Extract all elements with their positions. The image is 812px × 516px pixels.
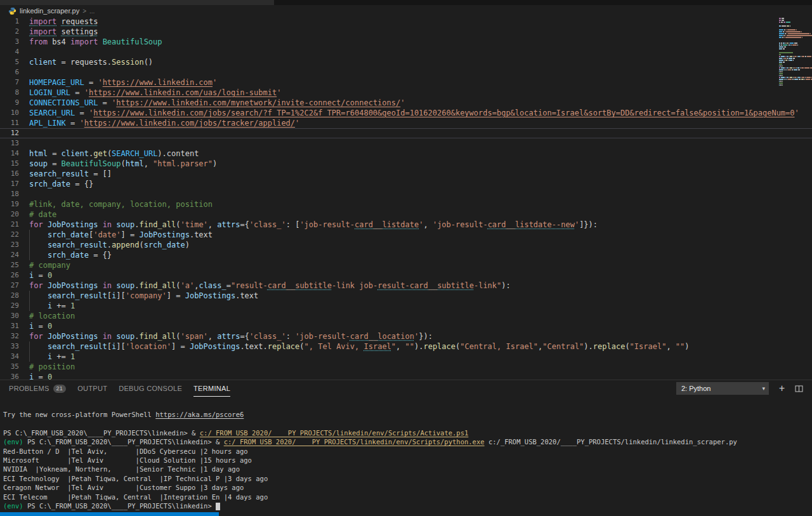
- line-number[interactable]: 18: [0, 189, 19, 199]
- code-line[interactable]: 12: [0, 128, 812, 138]
- line-number[interactable]: 16: [0, 169, 19, 179]
- code-line[interactable]: 25# company: [0, 260, 812, 270]
- code-line[interactable]: 28 search_result[i]['company'] = JobPost…: [0, 291, 812, 301]
- panel-tab-debug-console[interactable]: DEBUG CONSOLE: [119, 381, 182, 397]
- code-line[interactable]: 23 search_result.append(srch_date): [0, 240, 812, 250]
- line-number[interactable]: 19: [0, 199, 19, 209]
- code-line[interactable]: 13: [0, 138, 812, 149]
- line-number[interactable]: 29: [0, 301, 19, 311]
- line-number[interactable]: 24: [0, 250, 19, 260]
- code-line[interactable]: 36i = 0: [0, 372, 812, 380]
- line-number[interactable]: 3: [0, 37, 19, 47]
- new-terminal-icon[interactable]: +: [779, 384, 785, 394]
- code-line[interactable]: 26i = 0: [0, 270, 812, 281]
- line-number[interactable]: 21: [0, 220, 19, 230]
- code-line[interactable]: 1import requests: [0, 17, 812, 27]
- code-line[interactable]: 19#link, date, company, location, positi…: [0, 199, 812, 209]
- minimap-segment: [798, 56, 800, 57]
- statusbar-fragment[interactable]: [0, 512, 219, 516]
- code-token: find_all: [139, 220, 176, 229]
- code-line[interactable]: 15soup = BeautifulSoup(html, "html.parse…: [0, 159, 812, 169]
- line-number[interactable]: 30: [0, 311, 19, 321]
- line-number[interactable]: 35: [0, 362, 19, 372]
- code-token: bs4: [48, 37, 70, 46]
- line-number[interactable]: 31: [0, 321, 19, 331]
- terminal-output[interactable]: Try the new cross-platform PowerShell ht…: [0, 397, 812, 510]
- code-text: import requests: [29, 17, 812, 27]
- breadcrumb-file[interactable]: linkedin_scraper.py: [20, 7, 79, 15]
- line-number[interactable]: 34: [0, 352, 19, 362]
- line-number[interactable]: 12: [0, 128, 19, 138]
- code-line[interactable]: 2import settings: [0, 27, 812, 37]
- code-line[interactable]: 17srch_date = {}: [0, 179, 812, 189]
- line-number[interactable]: 32: [0, 331, 19, 341]
- code-line[interactable]: 30# location: [0, 311, 812, 321]
- code-line[interactable]: 8LOGIN_URL = 'https://www.linkedin.com/u…: [0, 88, 812, 98]
- minimap[interactable]: [778, 18, 812, 86]
- terminal-link[interactable]: [216, 503, 220, 510]
- line-number[interactable]: 36: [0, 372, 19, 380]
- code-line[interactable]: 24 srch_date = {}: [0, 250, 812, 260]
- terminal-link[interactable]: c:/_FROM_USB_2020/____PY_PROJECTS/linked…: [224, 438, 485, 446]
- line-number[interactable]: 14: [0, 149, 19, 159]
- code-token: =: [226, 281, 231, 290]
- line-number[interactable]: 26: [0, 270, 19, 281]
- line-number[interactable]: 5: [0, 57, 19, 67]
- line-number[interactable]: 20: [0, 209, 19, 220]
- panel-tab-terminal[interactable]: TERMINAL: [193, 381, 230, 397]
- code-line[interactable]: 5client = requests.Session(): [0, 57, 812, 67]
- panel-tab-problems[interactable]: PROBLEMS21: [9, 381, 66, 397]
- line-number[interactable]: 11: [0, 118, 19, 128]
- terminal-link[interactable]: https://aka.ms/pscore6: [155, 411, 244, 418]
- line-number[interactable]: 22: [0, 230, 19, 240]
- line-number[interactable]: 25: [0, 260, 19, 270]
- code-line[interactable]: 11APL_LINK = 'https://www.linkedin.com/j…: [0, 118, 812, 128]
- code-text: search_result = []: [29, 169, 812, 179]
- line-number[interactable]: 6: [0, 67, 19, 77]
- code-line[interactable]: 35# position: [0, 362, 812, 372]
- code-lines[interactable]: 1import requests2import settings3from bs…: [0, 17, 812, 380]
- code-line[interactable]: 16search_result = []: [0, 169, 812, 179]
- line-number[interactable]: 33: [0, 341, 19, 352]
- code-editor[interactable]: 1import requests2import settings3from bs…: [0, 17, 812, 380]
- split-terminal-icon[interactable]: [795, 385, 803, 393]
- code-line[interactable]: 10SEARCH_URL = 'https://www.linkedin.com…: [0, 108, 812, 118]
- minimap-segment: [779, 43, 780, 44]
- line-number[interactable]: 10: [0, 108, 19, 118]
- code-line[interactable]: 32for JobPostings in soup.find_all('span…: [0, 331, 812, 341]
- code-line[interactable]: 33 search_result[i]['location'] = JobPos…: [0, 341, 812, 352]
- code-line[interactable]: 3from bs4 import BeautifulSoup: [0, 37, 812, 47]
- line-number[interactable]: 1: [0, 17, 19, 27]
- code-line[interactable]: 7HOMEPAGE_URL = 'https://www.linkedin.co…: [0, 77, 812, 88]
- terminal-link[interactable]: c:/_FROM_USB_2020/____PY_PROJECTS/linked…: [200, 429, 469, 437]
- code-line[interactable]: 20# date: [0, 209, 812, 220]
- line-number[interactable]: 28: [0, 291, 19, 301]
- line-number[interactable]: 15: [0, 159, 19, 169]
- line-number[interactable]: 9: [0, 98, 19, 108]
- line-number[interactable]: 2: [0, 27, 19, 37]
- line-number[interactable]: 8: [0, 88, 19, 98]
- code-line[interactable]: 14html = client.get(SEARCH_URL).content: [0, 149, 812, 159]
- breadcrumb-symbol-more[interactable]: ...: [89, 8, 95, 15]
- code-line[interactable]: 29 i += 1: [0, 301, 812, 311]
- code-line[interactable]: 4: [0, 47, 812, 57]
- code-line[interactable]: 6: [0, 67, 812, 77]
- code-line[interactable]: 27for JobPostings in soup.find_all('a',c…: [0, 281, 812, 291]
- line-number[interactable]: 7: [0, 77, 19, 88]
- line-number[interactable]: 13: [0, 138, 19, 149]
- line-number[interactable]: 27: [0, 281, 19, 291]
- line-number[interactable]: 23: [0, 240, 19, 250]
- code-line[interactable]: 21for JobPostings in soup.find_all('time…: [0, 220, 812, 230]
- terminal-shell-select[interactable]: 2: Python ▾: [676, 382, 769, 395]
- code-line[interactable]: 18: [0, 189, 812, 199]
- panel-tab-output[interactable]: OUTPUT: [77, 381, 107, 397]
- code-token: }):: [419, 332, 433, 341]
- code-token: "": [405, 342, 414, 351]
- line-number[interactable]: 17: [0, 179, 19, 189]
- code-line[interactable]: 22 srch_date['date'] = JobPostings.text: [0, 230, 812, 240]
- line-number[interactable]: 4: [0, 47, 19, 57]
- code-token: ).content: [157, 149, 199, 158]
- code-line[interactable]: 34 i += 1: [0, 352, 812, 362]
- code-line[interactable]: 9CONNECTIONS_URL = 'https://www.linkedin…: [0, 98, 812, 108]
- code-line[interactable]: 31i = 0: [0, 321, 812, 331]
